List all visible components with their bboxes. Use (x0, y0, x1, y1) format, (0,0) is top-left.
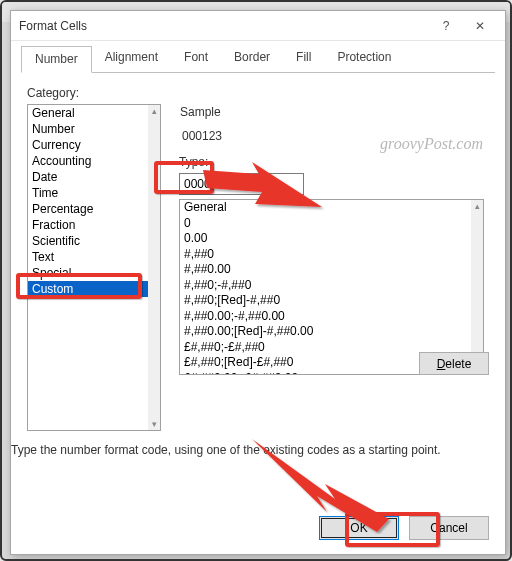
category-item[interactable]: Date (28, 169, 148, 185)
format-item[interactable]: #,##0.00;[Red]-#,##0.00 (180, 324, 471, 340)
dialog-title: Format Cells (19, 19, 429, 33)
format-item[interactable]: #,##0.00;-#,##0.00 (180, 309, 471, 325)
hint-text: Type the number format code, using one o… (11, 443, 489, 457)
category-item[interactable]: Number (28, 121, 148, 137)
format-item[interactable]: #,##0.00 (180, 262, 471, 278)
tab-alignment[interactable]: Alignment (92, 45, 171, 72)
category-item[interactable]: Currency (28, 137, 148, 153)
type-input[interactable] (179, 173, 304, 195)
category-item[interactable]: Scientific (28, 233, 148, 249)
format-listbox[interactable]: General 0 0.00 #,##0 #,##0.00 #,##0;-#,#… (179, 199, 484, 375)
scrollbar[interactable]: ▴ ▾ (148, 105, 160, 430)
category-item[interactable]: General (28, 105, 148, 121)
cancel-button[interactable]: Cancel (409, 516, 489, 540)
category-item[interactable]: Time (28, 185, 148, 201)
category-item[interactable]: Percentage (28, 201, 148, 217)
category-item-selected[interactable]: Custom (28, 281, 148, 297)
format-item[interactable]: #,##0;-#,##0 (180, 278, 471, 294)
type-label: Type: (179, 155, 489, 169)
tab-font[interactable]: Font (171, 45, 221, 72)
help-icon[interactable]: ? (429, 15, 463, 37)
titlebar: Format Cells ? ✕ (11, 11, 505, 41)
scroll-up-icon[interactable]: ▴ (471, 200, 483, 212)
category-item[interactable]: Accounting (28, 153, 148, 169)
tab-number[interactable]: Number (21, 46, 92, 73)
tab-border[interactable]: Border (221, 45, 283, 72)
tab-fill[interactable]: Fill (283, 45, 324, 72)
format-item[interactable]: #,##0 (180, 247, 471, 263)
scrollbar[interactable]: ▴ ▾ (471, 200, 483, 374)
category-listbox[interactable]: General Number Currency Accounting Date … (27, 104, 161, 431)
format-item[interactable]: 0.00 (180, 231, 471, 247)
format-cells-dialog: Format Cells ? ✕ Number Alignment Font B… (10, 10, 506, 555)
format-item[interactable]: General (180, 200, 471, 216)
delete-button[interactable]: Delete (419, 352, 489, 375)
category-item[interactable]: Text (28, 249, 148, 265)
category-item[interactable]: Special (28, 265, 148, 281)
category-item[interactable]: Fraction (28, 217, 148, 233)
format-item[interactable]: #,##0;[Red]-#,##0 (180, 293, 471, 309)
format-item[interactable]: 0 (180, 216, 471, 232)
scroll-down-icon[interactable]: ▾ (148, 418, 160, 430)
category-label: Category: (27, 86, 489, 100)
sample-label: Sample (180, 105, 488, 119)
scroll-up-icon[interactable]: ▴ (148, 105, 160, 117)
tabstrip: Number Alignment Font Border Fill Protec… (11, 41, 505, 72)
sample-value: 000123 (180, 123, 488, 151)
close-icon[interactable]: ✕ (463, 15, 497, 37)
ok-button[interactable]: OK (319, 516, 399, 540)
tab-protection[interactable]: Protection (324, 45, 404, 72)
